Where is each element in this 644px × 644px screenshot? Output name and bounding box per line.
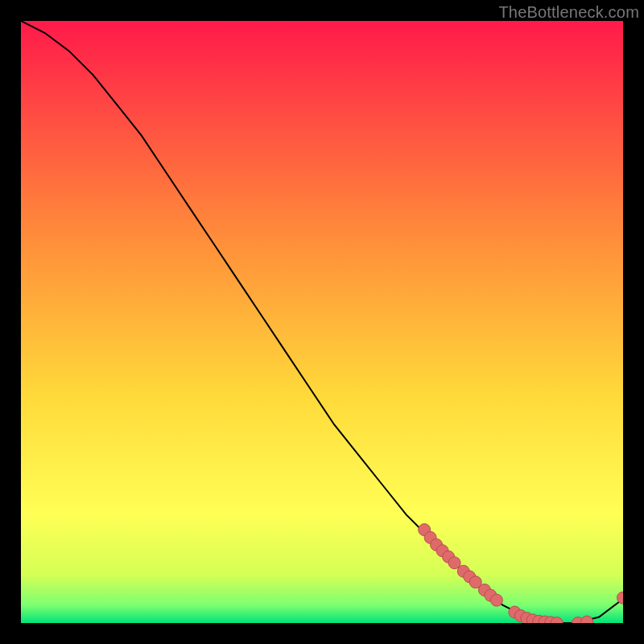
data-dot [490, 594, 502, 606]
chart-frame: TheBottleneck.com [0, 0, 644, 644]
plot-area [21, 21, 623, 623]
chart-svg [21, 21, 623, 623]
watermark-text: TheBottleneck.com [498, 3, 639, 22]
gradient-background [21, 21, 623, 623]
